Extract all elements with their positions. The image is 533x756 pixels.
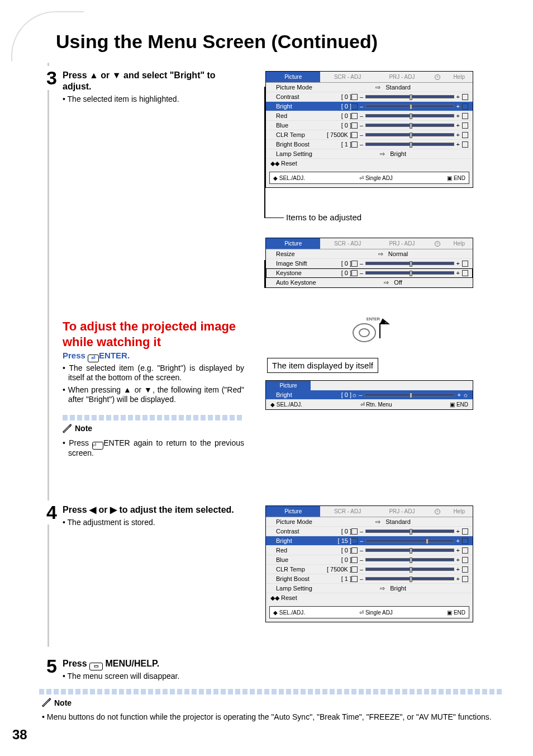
- osd-row: ◆◆ Reset: [266, 593, 473, 603]
- step-number-5: 5: [35, 654, 57, 678]
- leader-line: [264, 260, 265, 288]
- osd-tab: ?: [429, 72, 445, 83]
- osd-tab: Help: [445, 72, 473, 83]
- osd-tab: ?: [429, 506, 445, 517]
- osd-row: Auto Keystone⇨ Off: [266, 278, 473, 287]
- osd-row: Blue[ 0 ]–+: [266, 121, 473, 130]
- step-number-4: 4: [35, 500, 57, 525]
- osd-row: Blue[ 0 ]–+: [266, 555, 473, 565]
- step5-heading: Press ▭ MENU/HELP.: [63, 658, 476, 669]
- sel-adj-label: ◆ SEL./ADJ.: [273, 175, 305, 181]
- note-icon: [42, 698, 52, 708]
- adjust-bullet1: • The selected item (e.g. "Bright") is d…: [63, 363, 244, 383]
- leader-line: [264, 87, 265, 218]
- osd-row: Lamp Setting⇨ Bright: [266, 149, 473, 159]
- osd-row: CLR Temp[ 7500K ]–+: [266, 565, 473, 574]
- svg-text:?: ?: [436, 242, 439, 245]
- osd-row: Bright Boost[ 1 ]–+: [266, 140, 473, 149]
- adjust-bullet2: • When pressing ▲ or ▼, the following it…: [63, 385, 244, 405]
- osd-row: Bright[ 15 ]–+: [266, 536, 473, 546]
- osd-tab: SCR - ADJ: [320, 72, 374, 83]
- leader-line: [264, 218, 284, 218]
- osd-row-bright: Bright [ 0 ] ☼ –+ ☼: [266, 390, 473, 400]
- osd-tab: Help: [445, 506, 473, 517]
- osd-row: Bright Boost[ 1 ]–+: [266, 574, 473, 584]
- footnote-body: • Menu buttons do not function while the…: [42, 712, 500, 721]
- caption-items-adjusted: Items to be adjusted: [286, 212, 361, 222]
- note-body: • Press ⏎ENTER again to return to the pr…: [63, 438, 244, 458]
- osd-tab: ?: [429, 238, 445, 249]
- osd-scr-adj-menu: PictureSCR - ADJPRJ - ADJ?Help Resize⇨ N…: [265, 238, 473, 288]
- page-number: 38: [12, 727, 27, 743]
- up-triangle-icon: ▲: [123, 385, 132, 394]
- down-triangle-icon: ▼: [112, 70, 121, 80]
- svg-point-5: [359, 329, 369, 337]
- osd-row: Lamp Setting⇨ Bright: [266, 584, 473, 593]
- step4-bullet: • The adjustment is stored.: [63, 518, 244, 528]
- osd-tab: PRJ - ADJ: [375, 506, 429, 517]
- osd-picture-menu-1: PictureSCR - ADJPRJ - ADJ?Help Picture M…: [265, 71, 473, 188]
- step4-content: Press ◀ or ▶ to adjust the item selected…: [63, 504, 244, 528]
- menu-button-icon: ▭: [89, 663, 103, 670]
- osd-row: Red[ 0 ]–+: [266, 111, 473, 121]
- osd-tab: Picture: [266, 238, 320, 249]
- left-triangle-icon: ◀: [89, 505, 96, 514]
- osd-row: Contrast[ 0 ]–+: [266, 527, 473, 536]
- adjust-heading: To adjust the projected image while watc…: [63, 319, 244, 349]
- page-title: Using the Menu Screen (Continued): [56, 31, 378, 53]
- right-triangle-icon: ▶: [110, 505, 117, 514]
- svg-text:?: ?: [436, 510, 439, 513]
- osd-row: Resize⇨ Normal: [266, 249, 473, 259]
- osd-row: Picture Mode⇨ Standard: [266, 517, 473, 527]
- up-triangle-icon: ▲: [89, 70, 98, 80]
- osd-tab: PRJ - ADJ: [375, 72, 429, 83]
- step5-bullet: • The menu screen will disappear.: [63, 672, 476, 682]
- note-heading: Note: [63, 424, 92, 434]
- osd-footer: ◆ SEL./ADJ. ⏎ Rtn. Menu ▣ END: [266, 400, 473, 409]
- osd-tab: PRJ - ADJ: [375, 238, 429, 249]
- decorative-squares: [39, 689, 502, 694]
- osd-footer: ◆ SEL./ADJ. ⏎ Single ADJ ▣ END: [269, 172, 469, 184]
- enter-text: ENTER: [367, 317, 380, 321]
- osd-picture-menu-2: PictureSCR - ADJPRJ - ADJ?Help Picture M…: [265, 505, 473, 622]
- adjust-section: To adjust the projected image while watc…: [63, 319, 244, 458]
- step4-heading: Press ◀ or ▶ to adjust the item selected…: [63, 504, 244, 516]
- enter-button-icon: ⏎: [88, 355, 99, 362]
- osd-row: Bright[ 0 ]–+: [266, 102, 473, 111]
- enter-button-icon: ⏎: [92, 442, 103, 450]
- osd-tab: Help: [445, 238, 473, 249]
- decorative-squares: [63, 415, 244, 420]
- svg-text:?: ?: [436, 75, 439, 79]
- osd-row: Red[ 0 ]–+: [266, 546, 473, 555]
- note-heading: Note: [42, 698, 72, 708]
- vertical-line: [47, 63, 49, 647]
- remote-enter-icon: ENTER: [351, 316, 391, 347]
- down-triangle-icon: ▼: [144, 385, 153, 394]
- osd-tab: Picture: [266, 381, 311, 390]
- caption-item-itself-box: The item displayed by itself: [267, 358, 378, 373]
- end-label: ▣ END: [447, 175, 465, 181]
- step-number-3: 3: [35, 66, 57, 90]
- osd-single-adj: Picture Bright [ 0 ] ☼ –+ ☼ ◆ SEL./ADJ. …: [265, 380, 473, 410]
- osd-row: Image Shift[ 0 ]–+: [266, 259, 473, 268]
- osd-row: CLR Temp[ 7500K ]–+: [266, 130, 473, 140]
- osd-footer: ◆ SEL./ADJ. ⏎ Single ADJ ▣ END: [269, 606, 469, 618]
- svg-point-4: [353, 324, 375, 342]
- note-icon: [63, 424, 73, 434]
- step3-bullet: • The selected item is highlighted.: [63, 94, 244, 105]
- step5-content: Press ▭ MENU/HELP. • The menu screen wil…: [63, 658, 476, 682]
- osd-tab: Picture: [266, 506, 320, 517]
- step3-content: Press ▲ or ▼ and select "Bright" to adju…: [63, 70, 244, 105]
- osd-tab: SCR - ADJ: [320, 506, 374, 517]
- osd-tab: Picture: [266, 72, 320, 83]
- press-enter-heading: Press ⏎ENTER.: [63, 351, 244, 361]
- step3-heading: Press ▲ or ▼ and select "Bright" to adju…: [63, 70, 244, 92]
- single-adj-label: ⏎ Single ADJ: [359, 175, 393, 181]
- osd-row: ◆◆ Reset: [266, 159, 473, 168]
- osd-row: Keystone[ 0 ]–+: [266, 268, 473, 278]
- osd-row: Picture Mode⇨ Standard: [266, 83, 473, 92]
- footnote-section: Note • Menu buttons do not function whil…: [42, 698, 500, 721]
- osd-row: Contrast[ 0 ]–+: [266, 92, 473, 102]
- osd-tab: SCR - ADJ: [320, 238, 374, 249]
